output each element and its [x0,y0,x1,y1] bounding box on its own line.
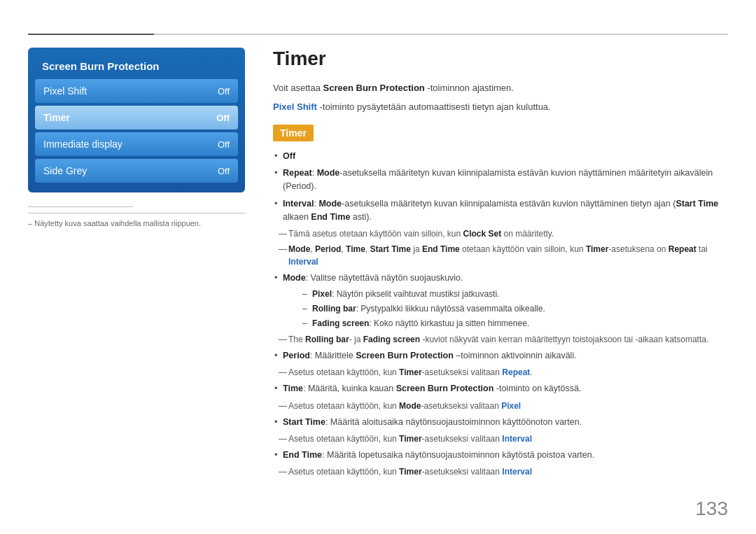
pixel-sub: Pixel: Näytön pikselit vaihtuvat mustiks… [302,288,728,300]
menu-item-timer[interactable]: Timer Off [35,106,238,129]
sub-note-clock: Tämä asetus otetaan käyttöön vain silloi… [273,227,728,240]
rolling-bold: Rolling bar [312,304,356,314]
right-content: Timer Voit asettaa Screen Burn Protectio… [273,48,728,481]
fading-bold: Fading screen [312,318,369,328]
menu-box: Screen Burn Protection Pixel Shift Off T… [28,48,245,192]
mode-bullet: Mode: Valitse näytettävä näytön suojausk… [273,272,728,329]
clock-set-bold: Clock Set [463,229,501,239]
start-note: Asetus otetaan käyttöön, kun Timer-asetu… [273,433,728,445]
intro-bold-1: Screen Burn Protection [323,83,425,93]
section-header: Timer [273,125,314,141]
time-note: Asetus otetaan käyttöön, kun Mode-asetuk… [273,400,728,412]
content-list-3: Period: Määrittele Screen Burn Protectio… [273,349,728,363]
content-list-2: Mode: Valitse näytettävä näytön suojausk… [273,272,728,329]
pixel-shift-bold: Pixel Shift [273,101,317,112]
end-time-bold-1: End Time [311,212,350,222]
timer-label: Timer [43,112,70,123]
end-time-bold-2: End Time [422,244,460,254]
page-number: 133 [695,498,728,520]
interval-bold-2: Interval [288,257,318,267]
footnote-dash: – [28,219,34,227]
fading-screen-bold: Fading screen [363,335,420,344]
page-title: Timer [273,48,728,70]
time-label: Time [283,384,303,393]
repeat-bold-2: Repeat [668,244,696,254]
start-time-bold-2: Start Time [370,244,411,254]
period-label: Period [283,351,310,360]
mode-bold-1: Mode [317,168,340,178]
side-grey-label: Side Grey [43,165,87,176]
footnote-text: Näytetty kuva saattaa vaihdella mallista… [34,219,201,227]
menu-item-pixel-shift[interactable]: Pixel Shift Off [35,79,238,103]
period-bold: Period [315,244,341,254]
end-bullet: End Time: Määritä lopetusaika näytönsuoj… [273,449,728,462]
mode-period-bold: Mode [288,244,310,254]
start-bullet: Start Time: Määritä aloitusaika näytönsu… [273,416,728,429]
content-list: Off Repeat: Mode-asetuksella määritetyn … [273,150,728,225]
note-separator [28,206,133,207]
repeat-bold: Repeat [283,168,312,178]
pixel-shift-label: Pixel Shift [43,85,87,97]
rolling-note: The Rolling bar- ja Fading screen -kuvio… [273,333,728,346]
menu-item-immediate-display[interactable]: Immediate display Off [35,132,238,156]
repeat-bullet: Repeat: Mode-asetuksella määritetyn kuva… [273,167,728,194]
start-time-label: Start Time [283,417,326,427]
content-list-4: Time: Määritä, kuinka kauan Screen Burn … [273,382,728,395]
top-line-dark [28,34,154,35]
period-bullet: Period: Määrittele Screen Burn Protectio… [273,349,728,363]
side-grey-value: Off [218,166,230,176]
mode-bold-3: Mode [399,401,421,411]
immediate-display-label: Immediate display [43,139,122,150]
menu-item-side-grey[interactable]: Side Grey Off [35,159,238,183]
mode-bold-2: Mode [318,199,342,209]
left-footnote: – Näytetty kuva saattaa vaihdella mallis… [28,213,245,227]
content-list-6: End Time: Määritä lopetusaika näytönsuoj… [273,449,728,462]
period-note: Asetus otetaan käyttöön, kun Timer-asetu… [273,366,728,379]
rolling-bar-bold: Rolling bar [305,335,349,344]
content-list-5: Start Time: Määritä aloitusaika näytönsu… [273,416,728,429]
interval-bold-4: Interval [502,467,532,477]
off-label: Off [283,151,295,161]
interval-bullet: Interval: Mode-asetuksella määritetyn ku… [273,197,728,225]
start-time-bold-1: Start Time [676,199,718,209]
time-bold: Time [346,244,365,254]
interval-bold-3: Interval [502,434,532,444]
fading-sub: Fading screen: Koko näyttö kirkastuu ja … [302,317,728,330]
sbp-bold-2: Screen Burn Protection [356,351,454,360]
off-bullet: Off [273,150,728,163]
timer-value: Off [216,113,230,123]
pixel-bold-2: Pixel [501,401,521,411]
timer-bold-4: Timer [399,467,421,477]
time-bullet: Time: Määritä, kuinka kauan Screen Burn … [273,382,728,395]
mode-sub-list: Pixel: Näytön pikselit vaihtuvat mustiks… [283,288,728,330]
menu-box-title: Screen Burn Protection [35,55,238,79]
intro-paragraph-1: Voit asettaa Screen Burn Protection -toi… [273,81,728,96]
timer-bold-3: Timer [399,434,421,444]
timer-bold-2: Timer [399,367,421,377]
interval-bold: Interval [283,199,314,209]
immediate-display-value: Off [218,139,230,150]
sbp-bold-3: Screen Burn Protection [396,384,494,393]
left-panel: Screen Burn Protection Pixel Shift Off T… [28,48,245,227]
pixel-bold: Pixel [312,289,332,299]
intro-paragraph-2: Pixel Shift -toiminto pysäytetään automa… [273,100,728,115]
end-time-label: End Time [283,450,322,460]
mode-label: Mode [283,273,306,283]
end-note: Asetus otetaan käyttöön, kun Timer-asetu… [273,465,728,478]
pixel-shift-value: Off [218,86,230,97]
sub-note-mode-period: Mode, Period, Time, Start Time ja End Ti… [273,243,728,268]
rolling-sub: Rolling bar: Pystypalkki liikkuu näytöss… [302,302,728,315]
repeat-bold-3: Repeat [502,367,530,377]
timer-bold-1: Timer [586,244,608,254]
